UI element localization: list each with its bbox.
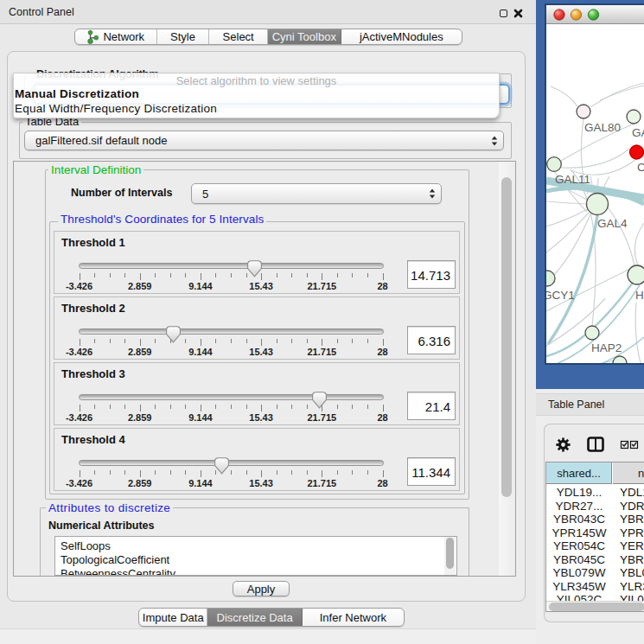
svg-text:GCY1: GCY1: [546, 289, 575, 302]
svg-text:GA: GA: [632, 126, 644, 139]
svg-text:GAL80: GAL80: [584, 121, 621, 134]
svg-text:GAL11: GAL11: [555, 173, 590, 186]
svg-text:C: C: [637, 161, 644, 174]
svg-text:HAP2: HAP2: [591, 341, 622, 354]
svg-text:H: H: [635, 289, 644, 302]
svg-text:GAL4: GAL4: [597, 217, 628, 230]
